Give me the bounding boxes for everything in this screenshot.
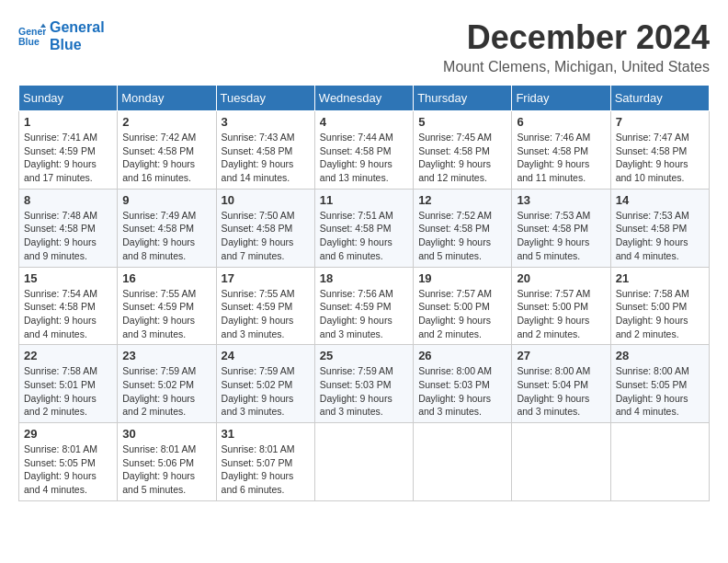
day-info-line: Sunset: 5:00 PM	[418, 300, 506, 314]
day-info-line: Sunset: 5:01 PM	[24, 378, 112, 392]
day-info: Sunrise: 7:56 AMSunset: 4:59 PMDaylight:…	[320, 287, 408, 341]
column-header-wednesday: Wednesday	[314, 86, 413, 111]
day-info: Sunrise: 8:00 AMSunset: 5:03 PMDaylight:…	[418, 364, 506, 419]
day-info: Sunrise: 7:48 AMSunset: 4:58 PMDaylight:…	[24, 209, 112, 263]
day-info-line: Sunrise: 7:42 AM	[122, 131, 210, 144]
calendar-cell: 16Sunrise: 7:55 AMSunset: 4:59 PMDayligh…	[118, 267, 216, 345]
day-info: Sunrise: 8:00 AMSunset: 5:05 PMDaylight:…	[616, 364, 704, 419]
calendar-cell: 27Sunrise: 8:00 AMSunset: 5:04 PMDayligh…	[512, 345, 610, 423]
day-number: 20	[517, 271, 605, 285]
day-info-line: Sunset: 4:58 PM	[616, 222, 704, 236]
day-info-line: Daylight: 9 hours and 3 minutes.	[517, 392, 605, 419]
column-header-saturday: Saturday	[610, 86, 709, 111]
column-header-monday: Monday	[118, 86, 216, 111]
calendar-cell: 2Sunrise: 7:42 AMSunset: 4:58 PMDaylight…	[118, 111, 216, 190]
calendar-cell	[512, 423, 610, 501]
column-header-thursday: Thursday	[414, 86, 512, 111]
day-info-line: Sunset: 4:58 PM	[222, 222, 310, 236]
calendar-table: SundayMondayTuesdayWednesdayThursdayFrid…	[18, 85, 710, 501]
day-info-line: Sunrise: 7:53 AM	[517, 209, 605, 223]
day-info-line: Daylight: 9 hours and 3 minutes.	[222, 392, 310, 419]
calendar-cell: 31Sunrise: 8:01 AMSunset: 5:07 PMDayligh…	[216, 423, 314, 501]
day-info-line: Sunrise: 7:50 AM	[222, 209, 310, 223]
day-info-line: Daylight: 9 hours and 8 minutes.	[122, 236, 210, 262]
day-info-line: Sunset: 4:59 PM	[24, 144, 112, 158]
calendar-cell: 12Sunrise: 7:52 AMSunset: 4:58 PMDayligh…	[414, 189, 512, 267]
day-info-line: Sunset: 5:04 PM	[517, 378, 605, 392]
calendar-week-row: 1Sunrise: 7:41 AMSunset: 4:59 PMDaylight…	[19, 111, 710, 190]
day-info-line: Sunset: 5:07 PM	[222, 456, 310, 470]
day-info-line: Sunset: 5:02 PM	[122, 378, 210, 392]
day-info-line: Daylight: 9 hours and 10 minutes.	[616, 157, 704, 184]
day-info-line: Sunrise: 7:47 AM	[616, 131, 704, 144]
day-info-line: Daylight: 9 hours and 3 minutes.	[122, 314, 210, 340]
day-info: Sunrise: 8:01 AMSunset: 5:07 PMDaylight:…	[222, 442, 310, 497]
day-info-line: Sunset: 4:58 PM	[320, 144, 408, 158]
day-info-line: Sunset: 5:00 PM	[517, 300, 605, 314]
day-number: 21	[616, 271, 704, 285]
day-info-line: Sunrise: 7:52 AM	[418, 209, 506, 223]
day-info-line: Daylight: 9 hours and 13 minutes.	[320, 157, 408, 184]
day-info-line: Sunset: 4:58 PM	[418, 144, 506, 158]
day-number: 15	[24, 271, 112, 285]
day-info-line: Sunrise: 7:45 AM	[418, 131, 506, 144]
calendar-cell: 14Sunrise: 7:53 AMSunset: 4:58 PMDayligh…	[610, 189, 709, 267]
day-info-line: Daylight: 9 hours and 2 minutes.	[517, 314, 605, 340]
day-info: Sunrise: 7:55 AMSunset: 4:59 PMDaylight:…	[122, 287, 210, 341]
day-info: Sunrise: 8:01 AMSunset: 5:06 PMDaylight:…	[122, 442, 210, 497]
day-info: Sunrise: 7:52 AMSunset: 4:58 PMDaylight:…	[418, 209, 506, 263]
day-info-line: Sunrise: 7:44 AM	[320, 131, 408, 144]
calendar-week-row: 15Sunrise: 7:54 AMSunset: 4:58 PMDayligh…	[19, 267, 710, 345]
day-info-line: Sunset: 4:58 PM	[24, 222, 112, 236]
calendar-cell: 21Sunrise: 7:58 AMSunset: 5:00 PMDayligh…	[610, 267, 709, 345]
logo-text-line2: Blue	[50, 36, 105, 53]
day-info: Sunrise: 7:57 AMSunset: 5:00 PMDaylight:…	[418, 287, 506, 341]
day-number: 28	[616, 349, 704, 362]
day-info-line: Sunrise: 7:58 AM	[24, 364, 112, 378]
day-info-line: Sunset: 5:00 PM	[616, 300, 704, 314]
day-info-line: Sunrise: 7:57 AM	[418, 287, 506, 301]
day-number: 29	[24, 427, 112, 441]
day-number: 3	[222, 115, 310, 129]
day-info: Sunrise: 7:59 AMSunset: 5:03 PMDaylight:…	[320, 364, 408, 419]
calendar-cell: 30Sunrise: 8:01 AMSunset: 5:06 PMDayligh…	[118, 423, 216, 501]
day-number: 16	[122, 271, 210, 285]
day-info: Sunrise: 8:01 AMSunset: 5:05 PMDaylight:…	[24, 442, 112, 497]
day-info-line: Sunset: 4:58 PM	[517, 144, 605, 158]
calendar-cell: 1Sunrise: 7:41 AMSunset: 4:59 PMDaylight…	[19, 111, 118, 190]
day-number: 5	[418, 115, 506, 129]
day-info: Sunrise: 7:54 AMSunset: 4:58 PMDaylight:…	[24, 287, 112, 341]
calendar-cell: 4Sunrise: 7:44 AMSunset: 4:58 PMDaylight…	[314, 111, 413, 190]
day-number: 22	[24, 349, 112, 362]
day-info: Sunrise: 7:45 AMSunset: 4:58 PMDaylight:…	[418, 131, 506, 185]
day-info-line: Sunset: 4:58 PM	[24, 300, 112, 314]
day-info-line: Sunrise: 7:43 AM	[222, 131, 310, 144]
day-info-line: Daylight: 9 hours and 3 minutes.	[320, 392, 408, 419]
day-number: 26	[418, 349, 506, 362]
day-info-line: Sunrise: 7:41 AM	[24, 131, 112, 144]
day-info-line: Sunset: 4:58 PM	[320, 222, 408, 236]
day-info-line: Sunrise: 7:55 AM	[122, 287, 210, 301]
day-info: Sunrise: 7:47 AMSunset: 4:58 PMDaylight:…	[616, 131, 704, 185]
day-info-line: Daylight: 9 hours and 5 minutes.	[418, 236, 506, 262]
logo-icon: General Blue	[18, 22, 46, 50]
calendar-cell: 6Sunrise: 7:46 AMSunset: 4:58 PMDaylight…	[512, 111, 610, 190]
day-info-line: Sunset: 5:05 PM	[616, 378, 704, 392]
calendar-cell: 3Sunrise: 7:43 AMSunset: 4:58 PMDaylight…	[216, 111, 314, 190]
day-info-line: Sunset: 4:59 PM	[222, 300, 310, 314]
calendar-cell: 7Sunrise: 7:47 AMSunset: 4:58 PMDaylight…	[610, 111, 709, 190]
day-info-line: Daylight: 9 hours and 3 minutes.	[418, 392, 506, 419]
day-info-line: Daylight: 9 hours and 12 minutes.	[418, 157, 506, 184]
day-info-line: Sunrise: 7:55 AM	[222, 287, 310, 301]
logo-text-line1: General	[50, 18, 105, 36]
day-info: Sunrise: 8:00 AMSunset: 5:04 PMDaylight:…	[517, 364, 605, 419]
day-number: 1	[24, 115, 112, 129]
calendar-cell: 5Sunrise: 7:45 AMSunset: 4:58 PMDaylight…	[414, 111, 512, 190]
day-info: Sunrise: 7:51 AMSunset: 4:58 PMDaylight:…	[320, 209, 408, 263]
day-number: 2	[122, 115, 210, 129]
day-info: Sunrise: 7:43 AMSunset: 4:58 PMDaylight:…	[222, 131, 310, 185]
day-info: Sunrise: 7:53 AMSunset: 4:58 PMDaylight:…	[616, 209, 704, 263]
day-info-line: Sunrise: 8:01 AM	[122, 442, 210, 456]
day-number: 23	[122, 349, 210, 362]
day-number: 27	[517, 349, 605, 362]
